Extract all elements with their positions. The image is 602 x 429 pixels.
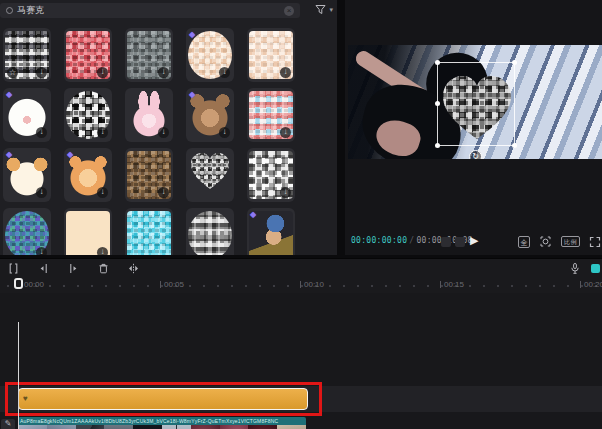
filter-button[interactable]: ▾	[315, 4, 333, 15]
video-frame-thumbnail	[104, 425, 133, 429]
sticker-item[interactable]: ◆ ☆ ↓	[125, 148, 173, 202]
playhead-handle[interactable]	[14, 278, 23, 289]
video-frame-thumbnail	[47, 425, 76, 429]
next-frame-button[interactable]	[455, 237, 465, 247]
video-preview[interactable]: ↻	[348, 45, 602, 159]
sticker-item[interactable]: ◆ ☆ ↓	[186, 28, 234, 82]
quality-button[interactable]: 全	[518, 236, 530, 248]
sticker-item[interactable]: ◆ ☆ ↓	[247, 28, 295, 82]
delete-icon[interactable]	[97, 262, 110, 275]
sticker-item[interactable]: ◆ ☆ ↓	[3, 148, 51, 202]
sticker-item[interactable]: ◆ ☆ ↓	[3, 28, 51, 82]
sticker-item[interactable]: ◆ ☆ ↓	[64, 88, 112, 142]
download-icon[interactable]: ↓	[97, 187, 108, 198]
ratio-button[interactable]: 比例	[561, 236, 580, 247]
timeline-toolbar	[0, 259, 602, 277]
sticker-item[interactable]: ◆ ☆ ↓	[125, 208, 173, 255]
search-value[interactable]: 马赛克	[17, 4, 284, 17]
panel-divider-vertical	[337, 0, 345, 255]
sticker-item[interactable]: ◆ ☆ ↓	[247, 208, 295, 255]
timeline-toolbar-right	[569, 262, 595, 275]
trim-left-icon[interactable]	[37, 262, 50, 275]
ruler-time-label: 00:05	[160, 280, 184, 289]
download-icon[interactable]: ↓	[36, 127, 47, 138]
download-icon[interactable]: ↓	[280, 127, 291, 138]
resize-handle-top-right[interactable]	[512, 60, 517, 65]
current-time: 00:00:00:00	[351, 236, 407, 245]
download-icon[interactable]: ↓	[219, 67, 230, 78]
download-icon[interactable]: ↓	[36, 247, 47, 255]
download-icon[interactable]: ↓	[158, 127, 169, 138]
prev-frame-button[interactable]	[441, 237, 451, 247]
sticker-item[interactable]: ◆ ☆ ↓	[3, 208, 51, 255]
vip-badge-icon: ◆	[6, 90, 12, 99]
search-row: 马赛克 × ▾	[0, 2, 337, 20]
timeline-ruler[interactable]: 00:0000:0500:1000:1500:20	[0, 277, 602, 293]
download-icon[interactable]: ↓	[97, 67, 108, 78]
vip-badge-icon: ◆	[6, 150, 12, 159]
video-frame-thumbnail	[248, 425, 277, 429]
download-icon[interactable]: ↓	[280, 67, 291, 78]
video-clip[interactable]: AuP8maE8gkNcQUm1ZAAAAkUv1f8DbU8Zb3yrCUk3…	[18, 417, 306, 429]
fullscreen-icon[interactable]	[589, 236, 601, 248]
download-icon[interactable]: ↓	[158, 67, 169, 78]
search-input[interactable]: 马赛克 ×	[0, 3, 300, 18]
sticker-item[interactable]: ◆ ☆ ↓	[125, 88, 173, 142]
favorite-star-icon[interactable]: ☆	[7, 67, 18, 78]
rotate-handle-icon[interactable]: ↻	[469, 150, 482, 159]
resize-handle-top-left[interactable]	[435, 60, 440, 65]
play-button[interactable]: ▶	[470, 234, 478, 247]
sticker-item[interactable]: ◆ ☆ ↓	[186, 208, 234, 255]
video-frame-thumbnail	[133, 425, 162, 429]
download-icon[interactable]: ↓	[219, 127, 230, 138]
sticker-item[interactable]: ◆ ☆ ↓	[64, 28, 112, 82]
resize-handle-mid-left[interactable]	[435, 101, 440, 106]
resize-handle-bottom-left[interactable]	[435, 143, 440, 148]
split-icon[interactable]	[7, 262, 20, 275]
sticker-item[interactable]: ◆ ☆ ↓	[186, 88, 234, 142]
playhead-line[interactable]	[18, 322, 19, 429]
trim-right-icon[interactable]	[67, 262, 80, 275]
vip-badge-icon: ◆	[189, 30, 195, 39]
preview-right-buttons: 全 比例	[518, 235, 601, 248]
download-icon[interactable]: ↓	[158, 187, 169, 198]
video-frame-thumbnail	[76, 425, 105, 429]
sticker-item[interactable]: ◆ ☆ ↓	[64, 208, 112, 255]
ruler-time-label: 00:20	[580, 280, 602, 289]
video-frame-thumbnail	[162, 425, 191, 429]
sticker-grid: ◆ ☆ ↓ ◆ ☆ ↓ ◆ ☆ ↓	[3, 28, 295, 255]
sticker-item[interactable]: ◆ ☆ ↓	[125, 28, 173, 82]
cover-button[interactable]: ✎ 封面	[1, 419, 15, 429]
funnel-icon	[315, 4, 326, 15]
timeline-panel: 00:0000:0500:1000:1500:20 ♥ ✎ 封面 AuP8maE…	[0, 258, 602, 429]
video-frame-thumbnail	[220, 425, 249, 429]
sticker-library-panel: 马赛克 × ▾ ◆ ☆ ↓ ◆ ☆	[0, 0, 337, 255]
sticker-item[interactable]: ◆ ☆ ↓	[64, 148, 112, 202]
resize-handle-bottom-right[interactable]	[512, 143, 517, 148]
download-icon[interactable]: ↓	[97, 247, 108, 255]
download-icon[interactable]: ↓	[36, 67, 47, 78]
chevron-down-icon: ▾	[329, 6, 333, 14]
sticker-thumbnail	[127, 211, 171, 255]
microphone-icon[interactable]	[569, 262, 581, 275]
ruler-time-label: 00:00	[20, 280, 44, 289]
timeline-tracks: ♥ ✎ 封面 AuP8maE8gkNcQUm1ZAAAAkUv1f8DbU8Zb…	[0, 293, 602, 429]
video-frame-thumbnail	[277, 425, 306, 429]
sticker-item[interactable]: ◆ ☆ ↓	[247, 148, 295, 202]
selection-box[interactable]	[437, 62, 515, 146]
download-icon[interactable]: ↓	[36, 187, 47, 198]
vip-badge-icon: ◆	[189, 90, 195, 99]
vip-badge-icon: ◆	[250, 210, 256, 219]
clear-search-icon[interactable]: ×	[284, 6, 294, 16]
download-icon[interactable]: ↓	[280, 187, 291, 198]
video-clip-filename: AuP8maE8gkNcQUm1ZAAAAkUv1f8DbU8Zb3yrCUk3…	[18, 417, 306, 425]
download-icon[interactable]: ↓	[97, 127, 108, 138]
preview-controls: 00:00:00:00/00:00:10:08 ▶ 全 比例	[345, 233, 602, 251]
sticker-item[interactable]: ◆ ☆ ↓	[186, 148, 234, 202]
annotation-red-box	[5, 382, 322, 416]
sticker-item[interactable]: ◆ ☆ ↓	[3, 88, 51, 142]
mirror-icon[interactable]	[127, 262, 140, 275]
track-toggle-chip[interactable]	[591, 264, 600, 273]
focus-icon[interactable]	[539, 235, 552, 248]
sticker-item[interactable]: ◆ ☆ ↓	[247, 88, 295, 142]
